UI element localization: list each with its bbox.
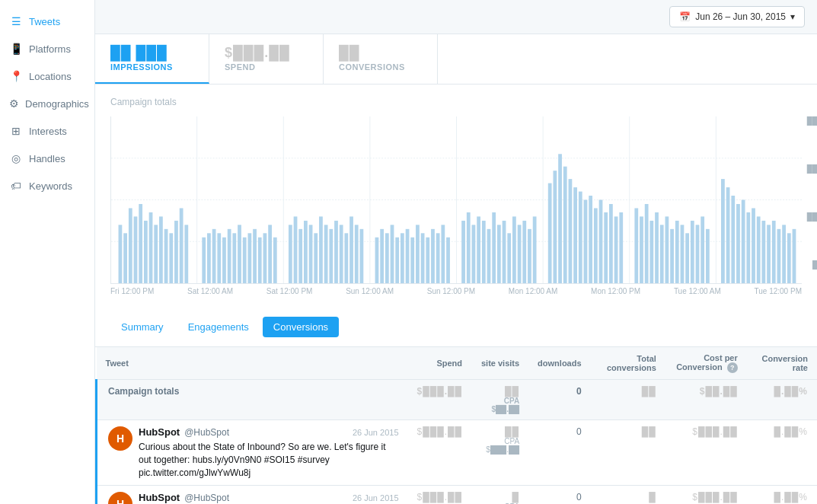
svg-rect-70 <box>467 212 471 283</box>
svg-rect-23 <box>184 225 188 283</box>
tweets-icon: ☰ <box>9 15 23 27</box>
table-row: H HubSpot @HubSpot 26 Jun 2015 How do yo… <box>97 486 818 504</box>
impressions-value: ██ ███ <box>110 45 178 61</box>
svg-rect-36 <box>263 233 267 283</box>
svg-rect-106 <box>670 229 674 283</box>
svg-rect-101 <box>645 204 649 283</box>
conversions-value: ██ <box>339 45 407 61</box>
tweet-header-1: HubSpot @HubSpot 26 Jun 2015 <box>139 492 399 503</box>
campaign-totals-site-visits: ██ CPA $██.██ <box>471 380 528 420</box>
tweet-0-site-visits: ██ CPA $███.██ <box>471 420 528 486</box>
svg-rect-90 <box>579 192 582 283</box>
chart-area: Campaign totals <box>95 85 817 308</box>
svg-rect-64 <box>426 238 429 283</box>
svg-rect-15 <box>144 221 148 283</box>
tab-conversions[interactable]: Conversions <box>263 317 339 337</box>
tweet-content-0: HubSpot @HubSpot 26 Jun 2015 Curious abo… <box>139 426 399 479</box>
data-table: Tweet Spend site visits downloads Total … <box>95 347 817 504</box>
svg-rect-107 <box>675 221 679 283</box>
campaign-totals-label: Campaign totals <box>97 380 408 420</box>
svg-rect-44 <box>314 233 318 283</box>
svg-rect-72 <box>477 216 480 283</box>
sidebar-item-handles[interactable]: ◎ Handles <box>0 145 94 172</box>
svg-rect-92 <box>589 196 592 283</box>
tweet-handle-1: @HubSpot <box>184 493 229 503</box>
svg-rect-122 <box>761 221 765 283</box>
svg-rect-117 <box>736 204 740 283</box>
svg-rect-69 <box>461 221 465 283</box>
svg-rect-81 <box>522 221 526 283</box>
svg-rect-48 <box>334 221 338 283</box>
svg-rect-60 <box>406 229 410 283</box>
svg-rect-66 <box>436 233 440 283</box>
svg-rect-55 <box>380 229 384 283</box>
sidebar-item-keywords[interactable]: 🏷 Keywords <box>0 172 94 199</box>
tweet-author-1: H HubSpot @HubSpot 26 Jun 2015 How do yo… <box>108 492 399 504</box>
tweet-1-spend: $███.██ <box>408 486 472 504</box>
y-label-mid1: ██,███ <box>807 164 817 173</box>
tweet-cell-0: H HubSpot @HubSpot 26 Jun 2015 Curious a… <box>97 420 408 486</box>
x-label-4: Sun 12:00 PM <box>427 287 475 295</box>
tweet-name-1: HubSpot <box>139 492 180 503</box>
svg-rect-51 <box>349 216 353 283</box>
x-label-3: Sun 12:00 AM <box>346 287 394 295</box>
svg-rect-71 <box>472 225 476 283</box>
conversions-label: CONVERSIONS <box>339 62 407 72</box>
campaign-totals-cost-per-conversion: $██.██ <box>665 380 747 420</box>
svg-rect-52 <box>355 225 359 283</box>
svg-rect-116 <box>731 196 735 283</box>
campaign-totals-total-conversions: ██ <box>591 380 665 420</box>
tweet-0-spend: $███.██ <box>408 420 472 486</box>
svg-rect-57 <box>391 225 394 283</box>
svg-rect-73 <box>482 221 486 283</box>
tweet-handle-0: @HubSpot <box>184 427 229 438</box>
tweet-date-0: 26 Jun 2015 <box>353 428 399 437</box>
svg-rect-126 <box>782 225 786 283</box>
sidebar-item-platforms[interactable]: 📱 Platforms <box>0 35 94 62</box>
svg-rect-26 <box>212 229 216 283</box>
svg-rect-28 <box>222 238 226 283</box>
sidebar-item-tweets[interactable]: ☰ Tweets <box>0 8 94 35</box>
tweet-0-total-conversions: ██ <box>591 420 665 486</box>
svg-rect-127 <box>787 233 791 283</box>
sidebar-item-interests[interactable]: ⊞ Interests <box>0 117 94 145</box>
col-header-conversion-rate: Conversion rate <box>747 347 817 380</box>
spend-value: $███.██ <box>225 45 292 61</box>
tab-summary[interactable]: Summary <box>110 317 174 337</box>
x-label-0: Fri 12:00 PM <box>110 287 154 295</box>
tweet-1-site-visits: █ CPA $███.██ <box>471 486 528 504</box>
svg-rect-105 <box>665 216 669 283</box>
svg-rect-16 <box>149 212 153 283</box>
tweet-1-downloads: 0 <box>528 486 590 504</box>
campaign-totals-row: Campaign totals $███.██ ██ CPA $██.██ 0 … <box>97 380 818 420</box>
metric-tab-conversions[interactable]: ██ CONVERSIONS <box>324 34 438 84</box>
svg-rect-118 <box>742 200 745 284</box>
svg-rect-111 <box>696 225 700 283</box>
handles-icon: ◎ <box>9 152 23 164</box>
tab-engagements[interactable]: Engagements <box>177 317 260 337</box>
svg-rect-54 <box>375 238 379 283</box>
svg-rect-22 <box>180 208 184 283</box>
x-label-8: Tue 12:00 PM <box>755 287 802 295</box>
svg-rect-98 <box>619 212 623 283</box>
svg-rect-89 <box>573 187 577 283</box>
tweet-date-1: 26 Jun 2015 <box>353 493 399 502</box>
metric-tab-spend[interactable]: $███.██ SPEND <box>209 34 324 84</box>
svg-rect-30 <box>232 233 236 283</box>
sidebar-item-demographics[interactable]: ⚙ Demographics <box>0 90 94 117</box>
date-picker-button[interactable]: 📅 Jun 26 – Jun 30, 2015 ▾ <box>669 6 805 27</box>
sidebar-item-locations[interactable]: 📍 Locations <box>0 62 94 90</box>
metric-tab-impressions[interactable]: ██ ███ IMPRESSIONS <box>95 34 209 84</box>
svg-rect-83 <box>533 216 537 283</box>
y-label-top: ██,███ <box>807 116 817 125</box>
svg-rect-31 <box>238 225 241 283</box>
col-header-cost-per-conversion: Cost per Conversion ? <box>665 347 747 380</box>
demographics-icon: ⚙ <box>9 97 19 110</box>
svg-rect-113 <box>706 229 710 283</box>
sub-tabs: Summary Engagements Conversions <box>95 308 817 347</box>
y-label-mid2: ██,███ <box>807 212 817 221</box>
svg-rect-25 <box>207 233 211 283</box>
svg-rect-27 <box>217 233 221 283</box>
table-row: H HubSpot @HubSpot 26 Jun 2015 Curious a… <box>97 420 818 486</box>
cost-per-conversion-help-icon[interactable]: ? <box>727 362 738 373</box>
